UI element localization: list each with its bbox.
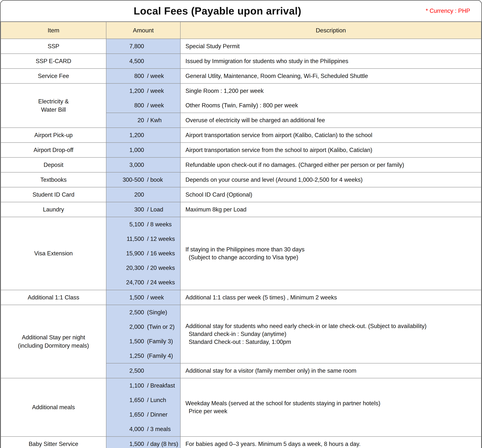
amount-line: 800 / week (106, 69, 180, 83)
item-cell: Student ID Card (1, 187, 106, 202)
amount-value: 3,000 (106, 161, 144, 168)
desc-line: Refundable upon check-out if no damages.… (185, 161, 478, 169)
amount-line: 1,500 (Family 3) (106, 334, 180, 349)
amount-line: 2,000 (Twin or 2) (106, 320, 180, 334)
amount-line: 4,000 / 3 meals (106, 422, 180, 436)
col-header-item: Item (1, 22, 106, 39)
table-row-ssp-ecard: SSP E-CARD 4,500 Issued by Immigration f… (1, 54, 481, 69)
table-row-additional-meals: Additional meals 1,100 / Breakfast 1,650… (1, 378, 481, 437)
amount-line: 1,500 / week (106, 290, 180, 305)
amount-cell: 4,500 (106, 54, 180, 69)
desc-line: Depends on your course and level (Around… (185, 176, 478, 184)
item-cell: Additional Stay per night (including Dor… (1, 305, 106, 378)
amount-value: 15,900 (106, 250, 144, 257)
amount-line: 11,500 / 12 weeks (106, 232, 180, 246)
amount-line: 1,650 / Lunch (106, 393, 180, 407)
amount-value: 20 (106, 117, 144, 124)
desc-cell: General Utlity, Maintenance, Room Cleani… (180, 69, 481, 83)
desc-line: Single Room : 1,200 per week (185, 84, 478, 98)
table-row-textbooks: Textbooks 300-500 / book Depends on your… (1, 172, 481, 187)
amount-value: 1,650 (106, 411, 144, 418)
amount-line: 20 / Kwh (106, 113, 180, 128)
amount-line: 24,700 / 24 weeks (106, 275, 180, 290)
amount-line: 7,800 (106, 39, 180, 54)
desc-line: If staying in the Philippines more than … (185, 246, 478, 254)
amount-unit: / day (8 hrs) (144, 441, 180, 448)
item-line-2: Water Bill (3, 106, 104, 114)
desc-cell: If staying in the Philippines more than … (180, 217, 481, 290)
desc-cell: Depends on your course and level (Around… (180, 172, 481, 187)
item-cell: Airport Pick-up (1, 128, 106, 143)
amount-line: 3,000 (106, 158, 180, 172)
amount-line: 1,100 / Breakfast (106, 378, 180, 393)
amount-unit: (Twin or 2) (144, 324, 180, 330)
desc-cell: Additional stay for students who need ea… (180, 305, 481, 363)
fees-table: Item Amount Description SSP 7,800 Specia… (0, 22, 482, 448)
amount-unit: / book (144, 176, 180, 183)
amount-unit: / Breakfast (144, 382, 180, 389)
page-title: Local Fees (Payable upon arrival) (134, 5, 301, 17)
amount-value: 20,300 (106, 264, 144, 271)
amount-value: 1,200 (106, 88, 144, 94)
desc-line: Airport transportation service from airp… (185, 131, 478, 139)
amount-value: 7,800 (106, 43, 144, 50)
desc-cell: For babies aged 0–3 years. Minimum 5 day… (180, 437, 481, 448)
amount-line: 1,200 / week (106, 84, 180, 98)
amount-cell: 3,000 (106, 157, 180, 172)
amount-value: 1,500 (106, 294, 144, 301)
amount-cell: 1,100 / Breakfast 1,650 / Lunch 1,650 / … (106, 378, 180, 437)
table-row-babysitter: Baby Sitter Service 1,500 / day (8 hrs) … (1, 437, 481, 448)
amount-value: 1,200 (106, 132, 144, 139)
item-cell: Deposit (1, 157, 106, 172)
desc-line: Additional stay for a visitor (family me… (185, 367, 478, 375)
amount-value: 2,000 (106, 324, 144, 330)
amount-value: 300 (106, 206, 144, 213)
desc-line: (Subject to change according to Visa typ… (185, 254, 478, 261)
table-row-airport-dropoff: Airport Drop-off 1,000 Airport transport… (1, 143, 481, 157)
desc-cell: Weekday Meals (served at the school for … (180, 378, 481, 437)
item-line-2: (including Dormitory meals) (3, 342, 104, 350)
amount-value: 1,250 (106, 352, 144, 359)
desc-line: Additional 1:1 class per week (5 times) … (185, 294, 478, 302)
desc-line: Special Study Permit (185, 42, 478, 50)
table-row-deposit: Deposit 3,000 Refundable upon check-out … (1, 157, 481, 172)
desc-line: Standard Check-out : Saturday, 1:00pm (185, 338, 478, 346)
amount-unit: (Single) (144, 309, 180, 316)
amount-value: 24,700 (106, 279, 144, 286)
amount-line: 800 / week (106, 98, 180, 113)
amount-unit: / Lunch (144, 397, 180, 404)
amount-value: 11,500 (106, 236, 144, 242)
amount-unit: / 3 meals (144, 426, 180, 432)
amount-value: 800 (106, 102, 144, 109)
item-cell: Electricity & Water Bill (1, 83, 106, 128)
amount-unit: / week (144, 102, 180, 109)
item-cell: Textbooks (1, 172, 106, 187)
item-cell: Additional 1:1 Class (1, 290, 106, 305)
desc-line: Other Rooms (Twin, Family) : 800 per wee… (185, 98, 478, 113)
amount-cell: 200 (106, 187, 180, 202)
desc-line: Weekday Meals (served at the school for … (185, 400, 478, 407)
amount-cell: 300 / Load (106, 202, 180, 217)
amount-unit: (Family 4) (144, 352, 180, 359)
amount-value: 4,000 (106, 426, 144, 432)
amount-cell: 5,100 / 8 weeks 11,500 / 12 weeks 15,900… (106, 217, 180, 290)
currency-note: * Currency : PHP (426, 8, 470, 14)
item-line-1: Additional Stay per night (3, 333, 104, 342)
amount-unit: / Load (144, 206, 180, 213)
amount-line: 2,500 (Single) (106, 305, 180, 320)
amount-cell: 800 / week (106, 69, 180, 83)
desc-line: Airport transportation service from the … (185, 146, 478, 154)
desc-cell: Maximum 8kg per Load (180, 202, 481, 217)
amount-value: 300-500 (106, 176, 144, 183)
item-line-1: Electricity & (3, 97, 104, 106)
amount-cell: 1,200 / week 800 / week (106, 83, 180, 113)
fees-table-sheet: Local Fees (Payable upon arrival) * Curr… (0, 0, 482, 448)
amount-unit: / 8 weeks (144, 221, 180, 228)
col-header-description: Description (180, 22, 481, 39)
amount-cell: 1,500 / week (106, 290, 180, 305)
table-row-additional-stay-1: Additional Stay per night (including Dor… (1, 305, 481, 363)
item-cell: SSP E-CARD (1, 54, 106, 69)
amount-unit: / week (144, 73, 180, 80)
amount-value: 1,500 (106, 338, 144, 345)
amount-unit: / 16 weeks (144, 250, 180, 257)
